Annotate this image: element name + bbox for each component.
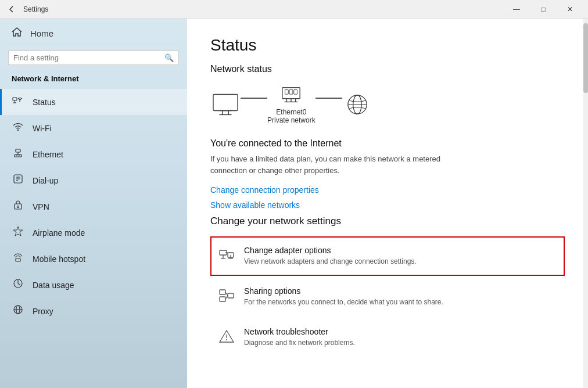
back-button[interactable] bbox=[5, 2, 19, 16]
window-controls: — □ ✕ bbox=[503, 0, 583, 19]
troubleshoot-icon bbox=[218, 328, 235, 348]
connected-desc: If you have a limited data plan, you can… bbox=[210, 153, 466, 176]
adapter-options-desc: View network adapters and change connect… bbox=[244, 257, 417, 267]
sidebar-home-button[interactable]: Home bbox=[0, 19, 187, 48]
network-line-2 bbox=[315, 98, 342, 99]
home-label: Home bbox=[30, 28, 53, 38]
nav-label-datausage: Data usage bbox=[33, 281, 74, 290]
nav-label-proxy: Proxy bbox=[33, 307, 53, 316]
nav-label-airplane: Airplane mode bbox=[33, 228, 85, 238]
ethernet-icon bbox=[12, 147, 24, 161]
svg-rect-33 bbox=[289, 90, 293, 95]
scrollbar-track[interactable] bbox=[583, 19, 588, 388]
nav-label-vpn: VPN bbox=[33, 202, 49, 211]
svg-rect-0 bbox=[13, 98, 17, 100]
sharing-options-title: Sharing options bbox=[244, 286, 443, 296]
search-box[interactable]: 🔍 bbox=[8, 51, 179, 65]
sidebar-item-wifi[interactable]: Wi-Fi bbox=[0, 115, 187, 141]
network-line-1 bbox=[241, 98, 267, 99]
adapter-options-item[interactable]: Change adapter options View network adap… bbox=[210, 236, 565, 276]
computer-icon bbox=[210, 92, 241, 117]
change-settings-title: Change your network settings bbox=[210, 215, 565, 227]
home-icon bbox=[12, 27, 22, 40]
sidebar: Home 🔍 Network & Internet Status bbox=[0, 19, 187, 388]
svg-rect-45 bbox=[220, 290, 225, 294]
svg-rect-22 bbox=[213, 95, 238, 111]
minimize-button[interactable]: — bbox=[503, 0, 530, 19]
sidebar-item-ethernet[interactable]: Ethernet bbox=[0, 141, 187, 167]
nav-label-status: Status bbox=[33, 98, 56, 107]
vpn-icon bbox=[12, 199, 24, 214]
nav-label-hotspot: Mobile hotspot bbox=[33, 254, 85, 264]
sharing-options-text: Sharing options For the networks you con… bbox=[244, 286, 443, 307]
close-button[interactable]: ✕ bbox=[557, 0, 583, 19]
sidebar-item-airplane[interactable]: Airplane mode bbox=[0, 220, 187, 246]
svg-rect-32 bbox=[285, 90, 289, 95]
dialup-icon bbox=[12, 173, 24, 188]
svg-point-51 bbox=[226, 339, 227, 340]
sidebar-item-hotspot[interactable]: Mobile hotspot bbox=[0, 246, 187, 272]
nav-label-dialup: Dial-up bbox=[33, 176, 58, 185]
svg-rect-15 bbox=[15, 204, 21, 209]
connected-title: You're connected to the Internet bbox=[210, 138, 565, 149]
sharing-options-icon bbox=[218, 288, 235, 307]
search-input[interactable] bbox=[13, 53, 164, 62]
wifi-icon bbox=[12, 121, 24, 135]
network-diagram: Ethernet0 Private network bbox=[210, 85, 565, 124]
svg-point-4 bbox=[17, 130, 19, 131]
proxy-icon bbox=[12, 304, 24, 318]
scrollbar-thumb[interactable] bbox=[583, 23, 588, 93]
status-icon bbox=[12, 95, 24, 109]
sidebar-item-vpn[interactable]: VPN bbox=[0, 193, 187, 220]
sharing-options-item[interactable]: Sharing options For the networks you con… bbox=[210, 277, 565, 317]
sharing-options-desc: For the networks you connect to, decide … bbox=[244, 297, 443, 307]
network-status-title: Network status bbox=[210, 64, 565, 74]
hotspot-icon bbox=[12, 252, 24, 266]
airplane-icon bbox=[12, 225, 24, 240]
svg-point-16 bbox=[17, 206, 19, 208]
svg-rect-5 bbox=[16, 149, 20, 152]
show-networks-link[interactable]: Show available networks bbox=[210, 200, 565, 210]
svg-point-3 bbox=[19, 100, 20, 102]
main-container: Home 🔍 Network & Internet Status bbox=[0, 19, 588, 388]
adapter-options-text: Change adapter options View network adap… bbox=[244, 246, 417, 267]
search-icon: 🔍 bbox=[164, 53, 174, 62]
titlebar: Settings — □ ✕ bbox=[0, 0, 588, 19]
nav-label-wifi: Wi-Fi bbox=[33, 124, 52, 133]
svg-rect-17 bbox=[16, 258, 20, 261]
maximize-button[interactable]: □ bbox=[530, 0, 557, 19]
svg-rect-47 bbox=[228, 293, 234, 298]
adapter-diagram: Ethernet0 Private network bbox=[267, 85, 315, 124]
datausage-icon bbox=[12, 278, 24, 292]
nav-label-ethernet: Ethernet bbox=[33, 150, 63, 159]
change-connection-link[interactable]: Change connection properties bbox=[210, 185, 565, 195]
sidebar-item-datausage[interactable]: Data usage bbox=[0, 272, 187, 298]
window-title: Settings bbox=[19, 5, 503, 13]
troubleshooter-item[interactable]: Network troubleshooter Diagnose and fix … bbox=[210, 318, 565, 357]
troubleshooter-title: Network troubleshooter bbox=[244, 327, 355, 336]
content-area: Status Network status bbox=[187, 19, 588, 388]
adapter-name: Ethernet0 Private network bbox=[267, 108, 315, 124]
sidebar-item-proxy[interactable]: Proxy bbox=[0, 298, 187, 324]
svg-rect-34 bbox=[294, 90, 297, 95]
globe-icon bbox=[342, 92, 372, 117]
svg-rect-46 bbox=[220, 297, 225, 301]
troubleshooter-text: Network troubleshooter Diagnose and fix … bbox=[244, 327, 355, 348]
adapter-options-title: Change adapter options bbox=[244, 246, 417, 255]
sidebar-item-status[interactable]: Status bbox=[0, 89, 187, 115]
adapter-options-icon bbox=[218, 247, 235, 267]
page-title: Status bbox=[210, 36, 565, 55]
sidebar-section-title: Network & Internet bbox=[0, 71, 187, 89]
troubleshooter-desc: Diagnose and fix network problems. bbox=[244, 338, 355, 348]
sidebar-item-dialup[interactable]: Dial-up bbox=[0, 167, 187, 193]
